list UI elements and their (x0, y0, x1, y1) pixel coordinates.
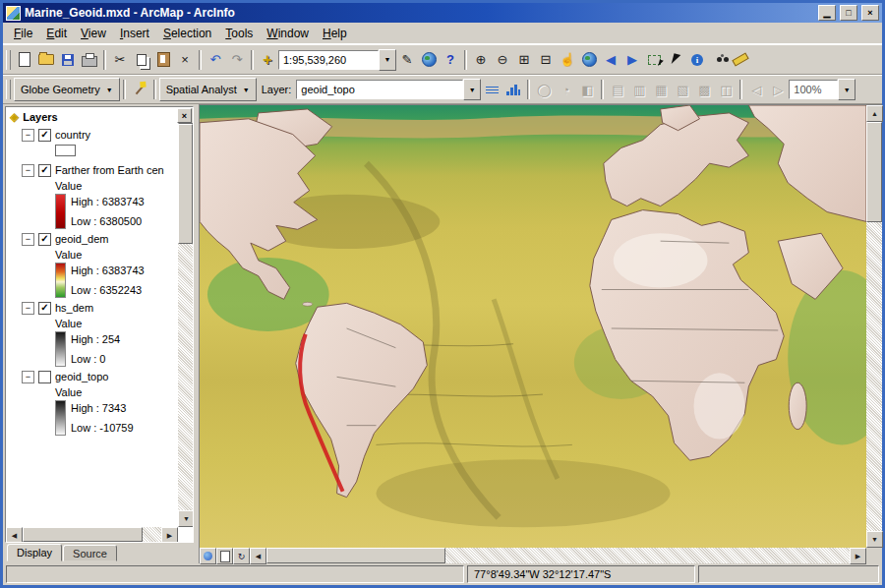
undo-button[interactable]: ↶ (205, 49, 226, 71)
zoom-in-button[interactable]: ⊕ (470, 49, 492, 71)
menu-insert[interactable]: Insert (113, 25, 156, 42)
globe-geometry-dropdown[interactable]: Globe Geometry ▼ (14, 78, 120, 101)
toc-close-button[interactable]: × (177, 108, 192, 123)
new-map-button[interactable] (14, 49, 35, 71)
go-forward-extent-button[interactable]: ▶ (621, 49, 643, 71)
menu-tools[interactable]: Tools (218, 25, 260, 42)
maximize-button[interactable]: □ (840, 5, 857, 21)
scrollbar-thumb[interactable] (178, 124, 193, 244)
analysis-layer-combo[interactable]: geoid_topo ▼ (296, 80, 481, 99)
layer-name[interactable]: hs_dem (55, 300, 93, 316)
map-scale-combo[interactable]: 1:95,539,260 ▼ (278, 50, 396, 70)
identify-button[interactable]: i (686, 49, 708, 71)
layer-name[interactable]: Farther from Earth cen (55, 162, 164, 178)
analysis-layer-value[interactable]: geoid_topo (296, 80, 463, 99)
menu-window[interactable]: Window (260, 25, 316, 42)
measure-button[interactable] (730, 49, 751, 71)
raster-tool-button-6[interactable]: ▦ (650, 79, 672, 100)
menu-edit[interactable]: Edit (39, 25, 74, 42)
raster-tool-button-9[interactable]: ◫ (715, 79, 737, 100)
edit-sketch-button[interactable]: ✎ (396, 49, 418, 71)
menu-file[interactable]: File (7, 25, 39, 42)
raster-tool-button-5[interactable]: ▥ (628, 79, 650, 100)
layer-checkbox[interactable]: ✓ (38, 164, 51, 177)
save-button[interactable] (57, 49, 79, 71)
layer-checkbox-unchecked[interactable] (38, 371, 51, 383)
title-bar[interactable]: Marine_Geoid.mxd - ArcMap - ArcInfo ▁ □ … (3, 3, 882, 23)
open-button[interactable] (35, 49, 57, 71)
raster-tool-button-3[interactable]: ◧ (576, 79, 598, 100)
spatial-analyst-dropdown[interactable]: Spatial Analyst ▼ (159, 78, 257, 101)
raster-tool-button-1[interactable]: ◯ (533, 79, 555, 100)
toolbar-grip[interactable] (6, 50, 11, 70)
menu-view[interactable]: View (74, 25, 113, 42)
collapse-box-icon[interactable]: − (22, 129, 34, 142)
arc-globe-button[interactable] (418, 49, 440, 71)
minimize-button[interactable]: ▁ (818, 5, 836, 21)
copy-button[interactable] (131, 49, 152, 71)
histogram-button[interactable] (502, 79, 524, 100)
layer-row-geoid-dem[interactable]: − ✓ geoid_dem (22, 231, 193, 247)
full-extent-button[interactable] (578, 49, 600, 71)
create-contour-button[interactable] (481, 79, 502, 100)
select-features-button[interactable] (643, 49, 665, 71)
tab-source[interactable]: Source (63, 545, 117, 561)
scrollbar-thumb[interactable] (266, 548, 445, 563)
collapse-box-icon[interactable]: − (22, 164, 34, 177)
toc-horizontal-scrollbar[interactable]: ◀ ▶ (6, 527, 178, 542)
chevron-down-icon[interactable]: ▼ (838, 79, 856, 100)
scrollbar-track[interactable] (178, 244, 193, 510)
collapse-box-icon[interactable]: − (22, 302, 34, 315)
world-geoid-map[interactable] (200, 105, 866, 548)
raster-tool-button-8[interactable]: ▩ (693, 79, 715, 100)
menu-help[interactable]: Help (316, 25, 354, 42)
layer-row-country[interactable]: − ✓ country (22, 127, 193, 143)
raster-tool-button-11[interactable]: ▷ (767, 79, 789, 100)
scroll-left-icon[interactable]: ◀ (6, 527, 23, 543)
raster-tool-button-4[interactable]: ▤ (607, 79, 628, 100)
layers-data-frame[interactable]: ◈ Layers (10, 109, 193, 125)
layer-name[interactable]: geoid_topo (55, 369, 108, 384)
whats-this-help-button[interactable]: ? (440, 49, 461, 71)
delete-button[interactable]: × (174, 49, 196, 71)
data-view-button[interactable] (200, 548, 216, 564)
layer-row-farther[interactable]: − ✓ Farther from Earth cen (22, 162, 193, 178)
scroll-up-icon[interactable]: ▲ (866, 105, 883, 122)
zoom-out-button[interactable]: ⊖ (492, 49, 513, 71)
print-button[interactable] (79, 49, 100, 71)
map-scale-value[interactable]: 1:95,539,260 (278, 50, 379, 70)
layer-name[interactable]: geoid_dem (55, 231, 108, 247)
raster-tool-button-10[interactable]: ◁ (745, 79, 767, 100)
cut-button[interactable]: ✂ (109, 49, 131, 71)
magic-wand-button[interactable] (129, 79, 150, 100)
scroll-right-icon[interactable]: ▶ (850, 548, 866, 564)
scrollbar-track[interactable] (445, 548, 850, 563)
raster-tool-button-7[interactable]: ▧ (672, 79, 693, 100)
chevron-down-icon[interactable]: ▼ (463, 79, 481, 100)
scroll-left-icon[interactable]: ◀ (250, 548, 266, 564)
layer-row-geoid-topo[interactable]: − geoid_topo (22, 369, 193, 384)
zoom-percent-combo[interactable]: 100% ▼ (789, 80, 856, 99)
select-elements-button[interactable] (665, 49, 686, 71)
layer-checkbox[interactable]: ✓ (38, 302, 51, 315)
menu-selection[interactable]: Selection (156, 25, 218, 42)
scrollbar-track[interactable] (866, 222, 882, 531)
close-button[interactable]: × (861, 5, 879, 21)
layer-name[interactable]: country (55, 127, 90, 143)
map-canvas[interactable] (200, 105, 866, 548)
scrollbar-track[interactable] (143, 527, 161, 542)
collapse-box-icon[interactable]: − (22, 233, 34, 246)
add-data-button[interactable]: + (257, 49, 278, 71)
zoom-percent-value[interactable]: 100% (789, 80, 838, 99)
find-button[interactable] (708, 49, 730, 71)
toc-vertical-scrollbar[interactable]: ▲ ▼ (178, 107, 193, 527)
scrollbar-thumb[interactable] (866, 122, 882, 222)
collapse-box-icon[interactable]: − (22, 371, 34, 383)
scrollbar-thumb[interactable] (23, 527, 143, 542)
chevron-down-icon[interactable]: ▼ (379, 49, 396, 71)
pan-button[interactable]: ☝ (557, 49, 578, 71)
paste-button[interactable] (152, 49, 174, 71)
scroll-right-icon[interactable]: ▶ (161, 527, 178, 543)
raster-tool-button-2[interactable]: ◔ (555, 79, 576, 100)
scroll-down-icon[interactable]: ▼ (866, 531, 883, 548)
